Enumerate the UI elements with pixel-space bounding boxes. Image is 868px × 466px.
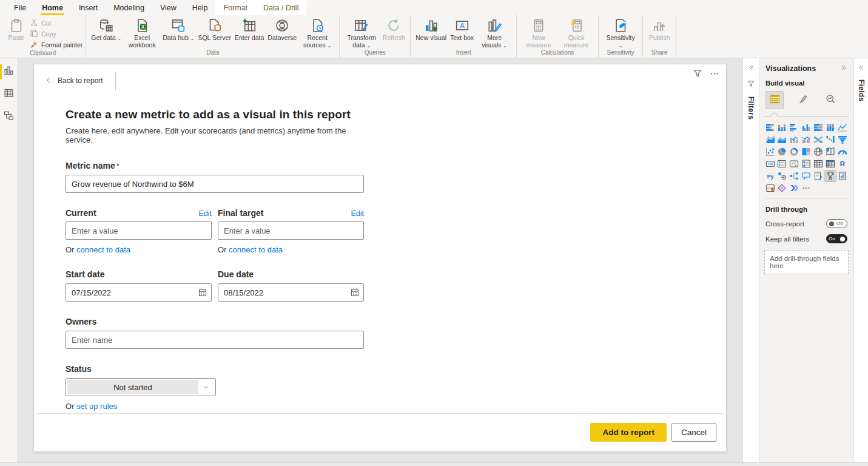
- cancel-button[interactable]: Cancel: [671, 423, 716, 442]
- ribbon-get-data-button[interactable]: Get data ⌄: [89, 16, 123, 41]
- set-up-rules-link[interactable]: set up rules: [76, 402, 117, 411]
- visual-type-line-and-stacked-column-chart[interactable]: [789, 134, 800, 145]
- final-target-value-input[interactable]: [218, 221, 364, 240]
- visual-type-area-chart[interactable]: [764, 134, 776, 145]
- visual-type-smart-narrative[interactable]: [812, 171, 824, 181]
- ribbon-cut-button[interactable]: Cut: [30, 18, 82, 28]
- calendar-icon[interactable]: [350, 288, 360, 299]
- visual-type-more-visuals-ellipsis[interactable]: [801, 183, 812, 194]
- visual-type-donut-chart[interactable]: [789, 146, 800, 157]
- collapse-visualizations-icon[interactable]: [841, 64, 847, 73]
- visual-type-slicer[interactable]: [801, 158, 812, 169]
- visual-type-qna[interactable]: [801, 171, 812, 181]
- current-connect-to-data-link[interactable]: connect to data: [76, 245, 130, 254]
- rail-data-view-button[interactable]: [0, 85, 17, 103]
- viz-tab-build-visual[interactable]: [765, 91, 784, 109]
- drill-through-dropzone[interactable]: Add drill-through fields here: [764, 250, 849, 274]
- expand-filters-icon[interactable]: [748, 64, 755, 73]
- visual-type-clustered-column-chart[interactable]: [801, 122, 812, 133]
- visual-type-table[interactable]: [812, 158, 824, 169]
- ribbon-publish-button[interactable]: Publish: [646, 16, 673, 41]
- visual-type-stacked-area-chart[interactable]: [776, 134, 788, 145]
- visual-type-azure-map[interactable]: [764, 183, 776, 194]
- visual-type-key-influencers[interactable]: [776, 171, 788, 181]
- start-date-input[interactable]: [66, 283, 212, 302]
- visual-type-line-and-clustered-column-chart[interactable]: [801, 134, 812, 145]
- fields-pane-title[interactable]: Fields: [857, 79, 866, 101]
- ribbon-dataverse-button[interactable]: Dataverse: [266, 16, 298, 41]
- ribbon-more-visuals-button[interactable]: More visuals ⌄: [476, 16, 513, 49]
- final-target-connect-to-data-link[interactable]: connect to data: [229, 245, 283, 254]
- ribbon-excel-workbook-button[interactable]: XExcel workbook: [123, 16, 161, 49]
- add-to-report-button[interactable]: Add to report: [590, 423, 667, 442]
- final-target-edit-link[interactable]: Edit: [351, 209, 364, 218]
- visual-type-card[interactable]: 123: [764, 158, 776, 169]
- visual-type-paginated-report[interactable]: [836, 171, 848, 181]
- calendar-icon[interactable]: [198, 288, 207, 299]
- visual-type-pie-chart[interactable]: [776, 146, 788, 157]
- menu-tab-view[interactable]: View: [152, 0, 184, 15]
- more-options-icon[interactable]: [710, 69, 719, 80]
- ribbon-new-visual-button[interactable]: New visual: [414, 16, 448, 41]
- ribbon-copy-button[interactable]: Copy: [30, 29, 82, 39]
- ribbon-text-box-button[interactable]: AText box: [448, 16, 476, 41]
- viz-tab-format-visual[interactable]: [793, 91, 812, 109]
- visual-type-funnel-chart[interactable]: [836, 134, 848, 145]
- ribbon-paste-button[interactable]: Paste: [3, 16, 30, 41]
- visual-type-python-visual[interactable]: Py: [764, 171, 776, 181]
- ribbon-sensitivity-button[interactable]: Sensitivity ⌄: [602, 16, 639, 49]
- menu-tab-data-drill[interactable]: Data / Drill: [255, 0, 306, 15]
- visual-type-scatter-chart[interactable]: [764, 146, 776, 157]
- expand-fields-icon[interactable]: [858, 64, 864, 73]
- rail-report-view-button[interactable]: [0, 62, 17, 81]
- visual-type-clustered-bar-chart[interactable]: [789, 122, 800, 133]
- due-date-input[interactable]: [218, 283, 364, 302]
- current-edit-link[interactable]: Edit: [198, 209, 212, 218]
- keep-all-filters-toggle[interactable]: On: [826, 234, 847, 243]
- cross-report-toggle[interactable]: Off: [826, 219, 847, 228]
- ribbon-sql-server-button[interactable]: SQL Server: [196, 16, 232, 41]
- filters-pane-title[interactable]: Filters: [747, 96, 755, 120]
- visual-type-multi-row-card[interactable]: [776, 158, 788, 169]
- filter-icon[interactable]: [693, 69, 702, 80]
- ribbon-recent-sources-button[interactable]: Recent sources ⌄: [298, 16, 336, 49]
- visual-type-power-apps[interactable]: [776, 183, 788, 194]
- menu-tab-home[interactable]: Home: [34, 0, 71, 15]
- visual-type-treemap[interactable]: [801, 146, 812, 157]
- ribbon-format-painter-button[interactable]: Format painter: [30, 39, 82, 50]
- rail-model-view-button[interactable]: [0, 107, 17, 126]
- visual-type-filled-map[interactable]: [824, 146, 836, 157]
- visual-type-line-chart[interactable]: [836, 122, 848, 133]
- ribbon-enter-data-button[interactable]: Enter data: [233, 16, 266, 41]
- menu-tab-insert[interactable]: Insert: [71, 0, 106, 15]
- ribbon-new-measure-button[interactable]: New measure: [520, 16, 557, 49]
- owners-input[interactable]: [66, 331, 364, 349]
- menu-tab-file[interactable]: File: [6, 0, 34, 15]
- menu-tab-modeling[interactable]: Modeling: [106, 0, 152, 15]
- visual-type-hundred-stacked-column-chart[interactable]: [824, 122, 836, 133]
- visual-type-power-automate[interactable]: [789, 183, 800, 194]
- menu-tab-help[interactable]: Help: [184, 0, 216, 15]
- ribbon-quick-measure-button[interactable]: Quick measure: [557, 16, 595, 49]
- visual-type-matrix[interactable]: [824, 158, 836, 169]
- visual-type-metrics[interactable]: [824, 171, 836, 181]
- visual-type-kpi[interactable]: [789, 158, 800, 169]
- visual-type-map[interactable]: [812, 146, 824, 157]
- visual-type-stacked-bar-chart[interactable]: [764, 122, 776, 133]
- metric-name-input[interactable]: [66, 175, 364, 193]
- status-dropdown[interactable]: Not started: [66, 378, 216, 396]
- ribbon-data-hub-button[interactable]: Data hub ⌄: [161, 16, 196, 41]
- visual-type-r-script-visual[interactable]: R: [836, 158, 848, 169]
- visual-type-ribbon-chart[interactable]: [812, 134, 824, 145]
- visual-type-gauge[interactable]: [836, 146, 848, 157]
- viz-tab-analytics[interactable]: [821, 91, 839, 109]
- visual-type-stacked-column-chart[interactable]: [776, 122, 788, 133]
- visual-type-decomposition-tree[interactable]: [789, 171, 800, 181]
- ribbon-refresh-button[interactable]: Refresh: [380, 16, 407, 41]
- menu-tab-format[interactable]: Format: [215, 0, 255, 15]
- back-to-report-button[interactable]: Back to report: [41, 73, 107, 89]
- visual-type-waterfall-chart[interactable]: [824, 134, 836, 145]
- visual-type-hundred-stacked-bar-chart[interactable]: [812, 122, 824, 133]
- ribbon-transform-data-button[interactable]: Transform data ⌄: [343, 16, 380, 49]
- current-value-input[interactable]: [66, 221, 212, 240]
